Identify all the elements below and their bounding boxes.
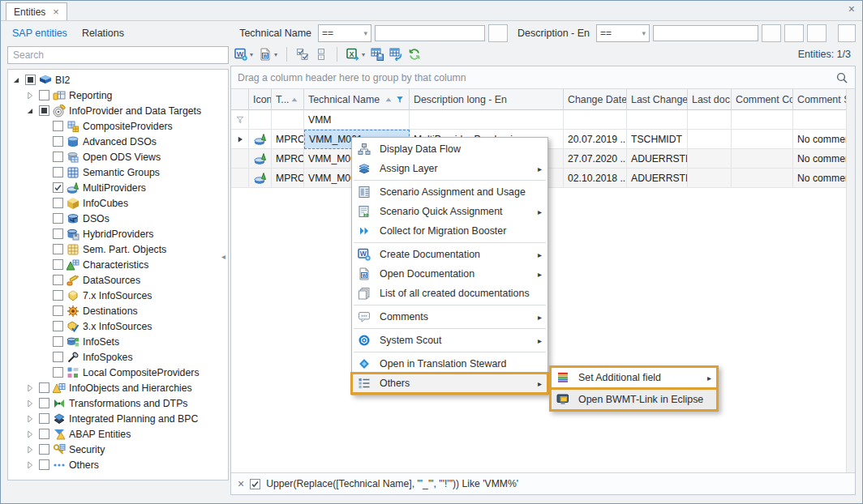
cell-change_date[interactable]: 20.07.2019 ...	[564, 130, 627, 149]
checkbox-unchecked[interactable]	[39, 444, 49, 455]
excel-export-button[interactable]: X▾	[344, 44, 367, 65]
checkbox-unchecked[interactable]	[39, 90, 49, 100]
column-header-last-change[interactable]: Last Change...	[627, 89, 688, 110]
checkbox-unchecked[interactable]	[53, 152, 63, 162]
collapse-icon[interactable]	[24, 105, 36, 117]
tree-item-datasources[interactable]: DataSources	[8, 272, 228, 288]
column-header-t[interactable]: T...	[272, 89, 304, 110]
filter-cell-last-change[interactable]	[627, 110, 688, 130]
menu-item-display-data-flow[interactable]: Display Data Flow	[352, 139, 547, 159]
column-header-change-date[interactable]: Change Date	[564, 89, 627, 110]
technical-name-operator-select[interactable]: == ▾	[318, 24, 371, 42]
expand-icon[interactable]	[24, 398, 36, 409]
column-header-comment-sta[interactable]: Comment Sta...	[793, 89, 847, 110]
tree-item-advanced-dsos[interactable]: Advanced DSOs	[8, 134, 228, 149]
filter-cell-description-long-en[interactable]	[410, 110, 564, 130]
cell-comment_co[interactable]	[732, 169, 793, 188]
checkbox-unchecked[interactable]	[53, 229, 63, 239]
cell-change_date[interactable]: 02.10.2018 ...	[564, 169, 627, 188]
cell-type[interactable]: MPRO	[272, 149, 304, 169]
menu-item-create-documentation[interactable]: WCreate Documentation▸	[352, 245, 547, 264]
clear-filter-button[interactable]	[807, 24, 827, 42]
cell-comment_co[interactable]	[732, 149, 793, 169]
cell-last_changed_by[interactable]: ADUERRSTEIN	[627, 169, 688, 188]
expand-icon[interactable]	[24, 429, 36, 440]
menu-item-others[interactable]: Others▸	[352, 374, 547, 393]
filter-cell-technical-name[interactable]: VMM	[304, 110, 410, 130]
filter-cell-comment-sta[interactable]	[793, 110, 847, 130]
close-filter-icon[interactable]: ×	[238, 478, 244, 489]
filter-enabled-checkbox[interactable]	[250, 479, 260, 489]
checkbox-unchecked[interactable]	[39, 429, 49, 439]
tree-item-transformations-and-dtps[interactable]: Transformations and DTPs	[8, 395, 228, 411]
cell-last_doc[interactable]	[688, 130, 732, 149]
tree-item-reporting[interactable]: Reporting	[8, 88, 228, 103]
tab-close-icon[interactable]: ×	[53, 6, 59, 17]
checkbox-unchecked[interactable]	[53, 352, 63, 362]
menu-item-scenario-assignment-and-usage[interactable]: Scenario Assignment and Usage	[352, 182, 547, 202]
checkbox-unchecked[interactable]	[53, 290, 63, 301]
custom-filter-dialog-button[interactable]	[784, 24, 804, 42]
tree-item-7-x-infosources[interactable]: 7.x InfoSources	[8, 288, 228, 303]
technical-name-filter-input[interactable]	[375, 25, 485, 41]
expand-icon[interactable]	[24, 444, 36, 455]
technical-name-apply-filter-button[interactable]	[488, 24, 508, 42]
filter-cell-t[interactable]	[272, 110, 304, 130]
menu-item-open-in-translation-steward[interactable]: Open in Translation Steward	[352, 354, 547, 374]
expand-icon[interactable]	[24, 90, 36, 101]
checkbox-unchecked[interactable]	[39, 459, 49, 470]
cell-last_doc[interactable]	[688, 169, 732, 188]
column-header-last-doc[interactable]: Last doc.	[688, 89, 732, 110]
menu-item-system-scout[interactable]: System Scout▸	[352, 331, 547, 350]
tree-item-multiproviders[interactable]: MultiProviders	[8, 180, 228, 195]
submenu-item-open-bwmt-link-in-eclipse[interactable]: Open BWMT-Link in Eclipse	[552, 387, 716, 409]
tree-item-infosets[interactable]: InfoSets	[8, 334, 228, 349]
menu-item-assign-layer[interactable]: Assign Layer▸	[352, 159, 547, 178]
tree-item-integrated-planning-and-bpc[interactable]: Integrated Planning and BPC	[8, 411, 228, 426]
word-file-button[interactable]: w▾	[256, 44, 280, 65]
apply-filter-button[interactable]	[762, 24, 781, 42]
cell-type[interactable]: MPRO	[272, 169, 304, 188]
checkbox-unchecked[interactable]	[53, 213, 63, 224]
tree-item-hybridproviders[interactable]: HybridProviders	[8, 226, 228, 241]
tree-item-semantic-groups[interactable]: Semantic Groups	[8, 164, 228, 180]
search-input[interactable]	[7, 46, 229, 64]
tree-item-infocubes[interactable]: InfoCubes	[8, 195, 228, 211]
tree-item-bi2[interactable]: BI2	[8, 72, 228, 88]
chevron-down-icon[interactable]: ▾	[274, 51, 277, 58]
expand-icon[interactable]	[24, 413, 36, 425]
checkbox-indeterminate[interactable]	[39, 105, 49, 116]
checkbox-unchecked[interactable]	[53, 367, 63, 378]
tab-sap-entities[interactable]: SAP entities	[7, 24, 77, 42]
checkbox-unchecked[interactable]	[53, 321, 63, 331]
tree-item-others[interactable]: Others	[8, 457, 228, 472]
more-filters-button[interactable]	[838, 24, 856, 42]
cell-last_doc[interactable]	[688, 149, 732, 169]
table-save-button[interactable]	[368, 44, 386, 65]
filter-cell-change-date[interactable]	[564, 110, 627, 130]
filter-cell-comment-co[interactable]	[732, 110, 793, 130]
cell-last_changed_by[interactable]: ADUERRSTEIN	[627, 149, 688, 169]
tab-relations[interactable]: Relations	[77, 24, 134, 42]
cell-last_changed_by[interactable]: TSCHMIDT	[627, 130, 688, 149]
tree-item-infospokes[interactable]: InfoSpokes	[8, 349, 228, 365]
checkbox-checked[interactable]	[53, 182, 63, 193]
tree-item-sem-part-objects[interactable]: Sem. Part. Objects	[8, 241, 228, 257]
column-header-icon[interactable]: Icon	[249, 89, 272, 110]
chevron-down-icon[interactable]: ▾	[362, 51, 365, 58]
group-by-bar[interactable]: Drag a column header here to group by th…	[231, 66, 855, 89]
checkbox-unchecked[interactable]	[53, 305, 63, 316]
description-operator-select[interactable]: == ▾	[596, 24, 650, 42]
menu-item-open-documentation[interactable]: wOpen Documentation▸	[352, 264, 547, 284]
tree-item-abap-entities[interactable]: ABAP Entities	[8, 426, 228, 442]
column-header-description-long-en[interactable]: Description long - En	[410, 89, 564, 110]
menu-item-collect-for-migration-booster[interactable]: Collect for Migration Booster	[352, 221, 547, 241]
chevron-down-icon[interactable]: ▾	[250, 51, 253, 58]
expand-icon[interactable]	[24, 459, 36, 471]
word-export-button[interactable]: W▾	[232, 44, 255, 65]
cell-comment_status[interactable]: No comment	[793, 149, 847, 169]
table-layout-button[interactable]	[387, 44, 405, 65]
tree-item-infoprovider-and-data-targets[interactable]: InfoProvider and Data Targets	[8, 103, 228, 118]
checkbox-unchecked[interactable]	[53, 244, 63, 254]
menu-item-scenario-quick-assignment[interactable]: Scenario Quick Assignment▸	[352, 202, 547, 221]
